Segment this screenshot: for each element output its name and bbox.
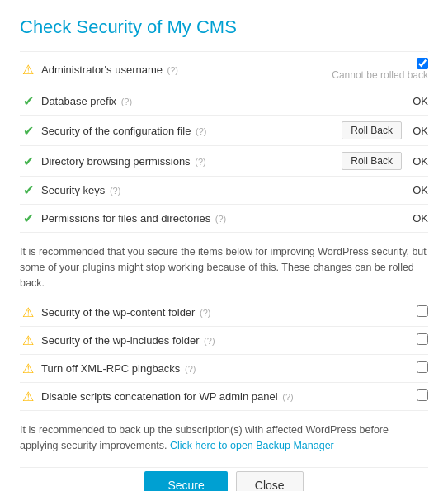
- checkbox-wp-includes[interactable]: [417, 333, 428, 345]
- row-label-admin-username: Administrator's username (?): [41, 64, 332, 76]
- footer-buttons: Secure Close: [20, 467, 428, 491]
- warn-label-scripts-concat: Disable scripts concatenation for WP adm…: [41, 390, 412, 403]
- warn-label-wp-content: Security of the wp-content folder (?): [41, 306, 412, 319]
- help-icon: (?): [195, 157, 205, 167]
- ok-icon: ✔: [20, 93, 36, 109]
- status-file-permissions: OK: [408, 212, 428, 224]
- warn-row-xmlrpc: ⚠Turn off XML-RPC pingbacks (?): [20, 355, 428, 383]
- cannot-rollback-text: Cannot be rolled back: [332, 69, 428, 81]
- backup-manager-link[interactable]: Click here to open Backup Manager: [170, 440, 334, 451]
- bottom-note: It is recommended to back up the subscri…: [20, 423, 428, 454]
- status-dir-browsing: OK: [408, 155, 428, 168]
- page-title: Check Security of My CMS: [20, 17, 428, 38]
- row-label-dir-browsing: Directory browsing permissions (?): [41, 155, 342, 168]
- ok-icon: ✔: [20, 153, 36, 169]
- ok-icon: ✔: [20, 210, 36, 226]
- warn-icon-xmlrpc: ⚠: [20, 361, 36, 376]
- help-icon: (?): [196, 126, 206, 136]
- check-row-db-prefix: ✔Database prefix (?)OK: [20, 87, 428, 116]
- warn-rows-list: ⚠Security of the wp-content folder (?)⚠S…: [20, 299, 428, 411]
- close-button[interactable]: Close: [236, 471, 304, 491]
- row-label-config-file: Security of the configuration file (?): [41, 125, 342, 137]
- warn-row-wp-content: ⚠Security of the wp-content folder (?): [20, 299, 428, 327]
- ok-icon: ✔: [20, 182, 36, 198]
- checkbox-scripts-concat[interactable]: [417, 389, 428, 401]
- row-label-security-keys: Security keys (?): [41, 184, 408, 196]
- check-row-dir-browsing: ✔Directory browsing permissions (?)Roll …: [20, 146, 428, 177]
- warn-icon: ⚠: [20, 62, 36, 78]
- status-db-prefix: OK: [408, 95, 428, 107]
- help-icon: (?): [282, 392, 293, 402]
- help-icon: (?): [215, 214, 226, 224]
- help-icon: (?): [110, 186, 120, 196]
- secure-rows-list: ⚠Administrator's username (?)Cannot be r…: [20, 51, 428, 233]
- help-icon: (?): [200, 308, 210, 318]
- help-icon: (?): [185, 364, 196, 374]
- help-icon: (?): [167, 65, 178, 75]
- row-actions-dir-browsing: Roll BackOK: [342, 152, 428, 170]
- secure-button[interactable]: Secure: [144, 471, 227, 491]
- warn-row-wp-includes: ⚠Security of the wp-includes folder (?): [20, 327, 428, 355]
- middle-note: It is recommended that you secure the it…: [20, 244, 428, 290]
- row-label-db-prefix: Database prefix (?): [41, 95, 408, 107]
- row-actions-db-prefix: OK: [408, 95, 428, 107]
- help-icon: (?): [204, 336, 215, 346]
- ok-icon: ✔: [20, 123, 36, 139]
- check-row-admin-username: ⚠Administrator's username (?)Cannot be r…: [20, 51, 428, 87]
- row-label-file-permissions: Permissions for files and directories (?…: [41, 212, 408, 224]
- checkbox-admin-username[interactable]: [417, 58, 428, 69]
- warn-icon-wp-includes: ⚠: [20, 333, 36, 348]
- status-config-file: OK: [408, 125, 428, 137]
- warn-label-wp-includes: Security of the wp-includes folder (?): [41, 334, 412, 347]
- row-actions-config-file: Roll BackOK: [342, 121, 428, 139]
- help-icon: (?): [121, 97, 132, 106]
- checkbox-xmlrpc[interactable]: [417, 361, 428, 373]
- checkbox-wp-content[interactable]: [417, 305, 428, 317]
- warn-icon-scripts-concat: ⚠: [20, 389, 36, 404]
- warn-label-xmlrpc: Turn off XML-RPC pingbacks (?): [41, 362, 412, 375]
- status-security-keys: OK: [408, 184, 428, 196]
- warn-row-scripts-concat: ⚠Disable scripts concatenation for WP ad…: [20, 383, 428, 411]
- rollback-button-dir-browsing[interactable]: Roll Back: [342, 152, 402, 170]
- row-actions-file-permissions: OK: [408, 212, 428, 224]
- rollback-button-config-file[interactable]: Roll Back: [342, 121, 402, 139]
- check-row-config-file: ✔Security of the configuration file (?)R…: [20, 116, 428, 146]
- check-row-file-permissions: ✔Permissions for files and directories (…: [20, 205, 428, 233]
- check-row-security-keys: ✔Security keys (?)OK: [20, 177, 428, 205]
- warn-icon-wp-content: ⚠: [20, 305, 36, 320]
- row-actions-security-keys: OK: [408, 184, 428, 196]
